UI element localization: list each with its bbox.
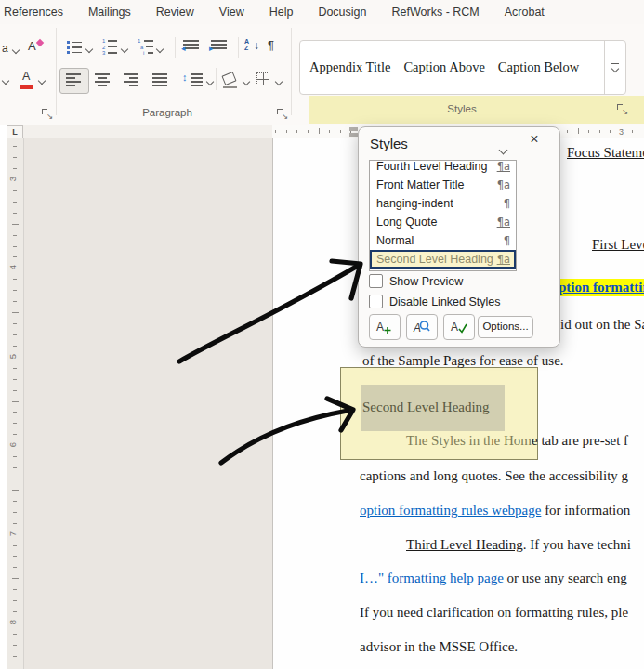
style-item-label: Normal: [376, 234, 504, 247]
document-line-1: Focus Statement: [567, 144, 644, 162]
new-style-button[interactable]: A: [369, 314, 401, 340]
chevron-down-icon[interactable]: [121, 46, 128, 53]
style-item-label: Second Level Heading: [376, 253, 497, 266]
checkbox-label: Disable Linked Styles: [389, 295, 501, 308]
chevron-down-icon[interactable]: [12, 46, 20, 54]
sort-icon[interactable]: AZ: [244, 38, 249, 51]
document-text-segment: Focus Statement: [567, 145, 644, 160]
document-line-10: Third Level Heading. If you have techni: [406, 536, 631, 554]
linked-style-icon: ¶a: [497, 178, 510, 191]
ribbon-tab-review[interactable]: Review: [156, 6, 194, 19]
gallery-style-caption-below[interactable]: Caption Below: [498, 59, 579, 75]
document-text-segment: id out on the Sample: [560, 317, 644, 332]
shading-bar-icon: [223, 86, 237, 88]
decrease-indent-icon[interactable]: ◂: [183, 40, 199, 49]
document-line-3: ption formatting: [559, 279, 644, 296]
document-line-6: Second Level Heading: [362, 399, 490, 416]
styles-group-label: Styles: [309, 103, 615, 114]
checkbox-disable-linked-styles[interactable]: [369, 295, 383, 308]
manage-styles-button[interactable]: A: [443, 314, 475, 340]
paragraph-group-label: Paragraph: [135, 107, 200, 118]
chevron-down-icon[interactable]: [500, 140, 506, 157]
pilcrow-icon[interactable]: ¶: [268, 38, 274, 52]
line-spacing-arrows-icon[interactable]: ↕: [182, 72, 188, 83]
document-text-segment: captions and long quotes. See the access…: [360, 468, 628, 483]
ribbon-tab-docusign[interactable]: Docusign: [318, 6, 366, 19]
checkbox-row-show-preview: Show Preview: [369, 274, 463, 288]
document-line-5: of the Sample Pages for ease of use.: [362, 352, 564, 370]
chevron-down-icon[interactable]: [243, 78, 250, 85]
document-line-9: option formatting rules webpage for info…: [360, 502, 630, 519]
chevron-down-icon[interactable]: [156, 46, 164, 53]
styles-dialog-launcher-icon[interactable]: [617, 104, 627, 114]
chevron-down-icon[interactable]: [38, 77, 46, 85]
multilevel-list-icon[interactable]: 1 a i: [138, 39, 153, 55]
align-right-icon[interactable]: [124, 73, 138, 86]
chevron-down-icon: [611, 65, 619, 72]
paragraph-style-icon: ¶: [504, 197, 510, 210]
style-item-second-level-heading[interactable]: Second Level Heading¶a: [370, 250, 516, 269]
chevron-down-icon[interactable]: [2, 77, 9, 85]
style-inspector-button[interactable]: A: [406, 314, 438, 340]
ribbon: a A A 1 2 3 1 a i: [0, 24, 644, 125]
document-line-12: If you need clarification on formatting …: [360, 604, 628, 622]
style-item-front-matter-title[interactable]: Front Matter Title¶a: [370, 176, 516, 194]
chevron-down-icon[interactable]: [275, 78, 283, 85]
clear-formatting-icon[interactable]: A: [28, 39, 36, 53]
justify-icon[interactable]: [152, 73, 167, 86]
document-text-segment: . If you have techni: [523, 537, 631, 552]
styles-pane-title: Styles: [370, 136, 408, 151]
bullet-list-icon[interactable]: [67, 41, 82, 54]
styles-list: Fourth Level Heading¶aFront Matter Title…: [369, 160, 517, 271]
sort-arrow-icon: ↓: [254, 39, 259, 52]
style-item-fourth-level-heading[interactable]: Fourth Level Heading¶a: [370, 160, 516, 176]
style-item-label: Front Matter Title: [376, 178, 497, 191]
options-button[interactable]: Options...: [478, 316, 533, 338]
hyperlink-text[interactable]: ption formatting: [559, 279, 644, 296]
style-item-hanging-indent[interactable]: hanging-indent¶: [370, 194, 516, 213]
ribbon-tab-help[interactable]: Help: [269, 6, 294, 19]
document-text-segment: The Styles in the Hom: [406, 433, 532, 448]
close-icon[interactable]: ×: [526, 131, 543, 148]
styles-gallery-more-button[interactable]: [604, 41, 625, 94]
style-item-label: Long Quote: [376, 216, 497, 229]
checkbox-show-preview[interactable]: [369, 274, 383, 288]
chevron-down-icon[interactable]: [85, 46, 93, 53]
change-case-button-partial[interactable]: a: [2, 42, 8, 55]
hyperlink-text[interactable]: option formatting rules webpage: [360, 503, 541, 518]
hyperlink-text[interactable]: I…" formatting help page: [360, 571, 504, 585]
document-text-segment: If you need clarification on formatting …: [360, 605, 628, 620]
line-spacing-lines-icon: [191, 73, 203, 86]
paragraph-style-icon: ¶: [504, 234, 510, 247]
styles-gallery: Appendix TitleCaption AboveCaption Below: [299, 40, 626, 95]
style-item-normal[interactable]: Normal¶: [370, 231, 516, 250]
borders-icon[interactable]: [256, 72, 269, 85]
linked-style-icon: ¶a: [497, 160, 510, 173]
document-text-segment: of the Sample Pages for ease of use.: [362, 353, 564, 368]
svg-text:A: A: [376, 321, 384, 334]
ribbon-tab-acrobat[interactable]: Acrobat: [505, 6, 545, 19]
ribbon-tab-refworks-rcm[interactable]: RefWorks - RCM: [392, 6, 480, 19]
ribbon-tab-mailings[interactable]: Mailings: [88, 6, 131, 19]
numbered-list-icon[interactable]: 1 2 3: [102, 39, 117, 55]
shading-bucket-icon[interactable]: [221, 72, 236, 85]
svg-text:A: A: [413, 321, 421, 334]
eraser-diamond-icon: [36, 39, 44, 46]
font-dialog-launcher-icon[interactable]: [42, 109, 52, 119]
styles-group-label-highlighted: Styles: [309, 96, 644, 124]
increase-indent-icon[interactable]: ▸: [211, 40, 227, 49]
gallery-style-appendix-title[interactable]: Appendix Title: [309, 59, 390, 75]
gallery-style-caption-above[interactable]: Caption Above: [403, 59, 484, 75]
chevron-down-icon[interactable]: [206, 78, 214, 85]
paragraph-dialog-launcher-icon[interactable]: [277, 109, 287, 119]
document-line-2: First Level Heading: [592, 236, 644, 254]
ribbon-tab-view[interactable]: View: [219, 6, 244, 19]
align-center-icon[interactable]: [95, 73, 110, 86]
checkbox-row-disable-linked-styles: Disable Linked Styles: [369, 295, 501, 308]
ribbon-tab-references[interactable]: References: [4, 6, 63, 19]
document-text-segment: or use any search eng: [504, 571, 627, 585]
svg-text:A: A: [451, 321, 458, 334]
font-color-red-bar: [20, 85, 33, 89]
style-item-long-quote[interactable]: Long Quote¶a: [370, 213, 516, 231]
font-color-button[interactable]: A: [22, 70, 30, 83]
